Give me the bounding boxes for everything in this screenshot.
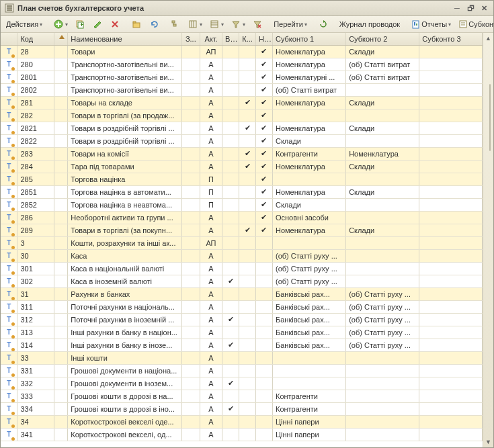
col-s3-header[interactable]: Субконто 3 bbox=[419, 33, 483, 45]
table-row[interactable]: T311Поточні рахунки в національ...АБанкі… bbox=[1, 300, 483, 313]
table-row[interactable]: T286Необоротні активи та групи ...А✔Осно… bbox=[1, 211, 483, 224]
table-row[interactable]: T2801Транспортно-заготівельні ви...А✔Ном… bbox=[1, 71, 483, 83]
scroll-thumb[interactable] bbox=[489, 84, 491, 151]
table-row[interactable]: T302Каса в іноземній валютіА✔(об) Статті… bbox=[1, 275, 483, 287]
row-icon-cell: T bbox=[1, 211, 17, 224]
table-row[interactable]: T313Інші рахунки в банку в націон...АБан… bbox=[1, 326, 483, 339]
find-button[interactable]: ▾ bbox=[185, 17, 205, 31]
table-row[interactable]: T331Грошові документи в націона...А bbox=[1, 364, 483, 377]
clear-filter-button[interactable] bbox=[249, 17, 265, 31]
table-row[interactable]: T2822Товари в роздрібній торгівлі ...А✔С… bbox=[1, 134, 483, 147]
add-button[interactable]: ▾ bbox=[50, 17, 71, 31]
akt-cell: А bbox=[200, 275, 222, 287]
z-cell bbox=[181, 134, 200, 147]
k-cell bbox=[239, 377, 256, 390]
table-row[interactable]: T2821Товари в роздрібній торгівлі ...А✔✔… bbox=[1, 122, 483, 134]
edit-button[interactable] bbox=[89, 17, 106, 31]
table-row[interactable]: T282Товари в торгівлі (за продаж...А✔ bbox=[1, 109, 483, 122]
account-icon: T bbox=[4, 200, 13, 210]
s1-cell: Банківські рах... bbox=[272, 339, 345, 351]
reports-menu[interactable]: Отчеты▾ bbox=[408, 17, 454, 31]
table-row[interactable]: T314Інші рахунки в банку в інозе...А✔Бан… bbox=[1, 339, 483, 351]
n-cell bbox=[256, 249, 273, 262]
table-row[interactable]: T334Грошові кошти в дорозі в іно...А✔Кон… bbox=[1, 402, 483, 415]
col-s1-header[interactable]: Субконто 1 bbox=[272, 33, 345, 45]
minimize-button[interactable]: ─ bbox=[451, 3, 463, 13]
s3-cell bbox=[419, 109, 483, 122]
col-sort-header[interactable] bbox=[54, 33, 68, 45]
kod-cell: 2821 bbox=[17, 122, 54, 134]
sort-cell bbox=[54, 287, 68, 300]
col-kod-header[interactable]: Код bbox=[17, 33, 54, 45]
refresh-button[interactable] bbox=[146, 17, 162, 31]
table-row[interactable]: T341Короткострокові векселі, од...АЦінні… bbox=[1, 428, 483, 441]
goto-menu[interactable]: Перейти▾ bbox=[271, 19, 310, 30]
actions-menu[interactable]: Действия▾ bbox=[3, 19, 45, 30]
col-akt-header[interactable]: Акт. bbox=[200, 33, 222, 45]
k-cell bbox=[239, 313, 256, 326]
table-row[interactable]: T2802Транспортно-заготівельні ви...А✔(об… bbox=[1, 83, 483, 96]
table-row[interactable]: T34Короткострокові векселі оде...АЦінні … bbox=[1, 415, 483, 428]
table-row[interactable]: T30КасаА(об) Статті руху ... bbox=[1, 249, 483, 262]
v-cell bbox=[222, 45, 239, 58]
folder-button[interactable] bbox=[128, 17, 145, 31]
z-cell bbox=[181, 45, 200, 58]
kod-cell: 312 bbox=[17, 313, 54, 326]
journal-button[interactable]: Журнал проводок bbox=[337, 19, 403, 30]
sort-button[interactable]: ▾ bbox=[206, 17, 227, 31]
s2-cell bbox=[346, 211, 419, 224]
col-k-header[interactable]: К... bbox=[239, 33, 256, 45]
accounts-grid[interactable]: Код Наименование З... Акт. В... К... Н..… bbox=[1, 33, 483, 447]
sort-cell bbox=[54, 364, 68, 377]
table-row[interactable]: T280Транспортно-заготівельні ви...А✔Номе… bbox=[1, 58, 483, 71]
grid-area: Код Наименование З... Акт. В... К... Н..… bbox=[1, 33, 493, 447]
table-row[interactable]: T2852Торгова націнка в неавтома...П✔Скла… bbox=[1, 198, 483, 211]
kod-cell: 285 bbox=[17, 173, 54, 185]
s2-cell bbox=[346, 364, 419, 377]
col-s2-header[interactable]: Субконто 2 bbox=[346, 33, 419, 45]
akt-cell: А bbox=[200, 428, 222, 441]
reload-button[interactable] bbox=[315, 17, 331, 31]
row-icon-cell: T bbox=[1, 147, 17, 160]
scroll-down-button[interactable]: ▼ bbox=[483, 437, 493, 447]
z-cell bbox=[181, 428, 200, 441]
table-row[interactable]: T283Товари на комісіїА✔✔КонтрагентиНомен… bbox=[1, 147, 483, 160]
svg-rect-10 bbox=[81, 23, 82, 26]
v-cell bbox=[222, 224, 239, 236]
table-row[interactable]: T2851Торгова націнка в автомати...П✔Номе… bbox=[1, 185, 483, 198]
table-row[interactable]: T28ТовариАП✔НоменклатураСклади bbox=[1, 45, 483, 58]
x-icon bbox=[110, 19, 120, 30]
sort-cell bbox=[54, 275, 68, 287]
name-cell: Інші рахунки в банку в націон... bbox=[68, 326, 182, 339]
table-row[interactable]: T3Кошти, розрахунки та інші ак...АП bbox=[1, 236, 483, 249]
filter-button[interactable]: ▾ bbox=[228, 17, 248, 31]
table-row[interactable]: T33Інші коштиА bbox=[1, 351, 483, 364]
table-row[interactable]: T312Поточні рахунки в іноземній ...А✔Бан… bbox=[1, 313, 483, 326]
delete-button[interactable] bbox=[107, 17, 123, 31]
table-row[interactable]: T284Тара під товарамиА✔✔НоменклатураСкла… bbox=[1, 160, 483, 173]
s1-cell: Номенклатурні ... bbox=[272, 71, 345, 83]
col-v-header[interactable]: В... bbox=[222, 33, 239, 45]
close-button[interactable]: ✕ bbox=[478, 3, 490, 13]
table-row[interactable]: T289Товари в торгівлі (за покупн...А✔✔Но… bbox=[1, 224, 483, 236]
table-row[interactable]: T285Торгова націнкаП✔ bbox=[1, 173, 483, 185]
vertical-scrollbar[interactable]: ▲ ▼ bbox=[483, 33, 493, 447]
scroll-up-button[interactable]: ▲ bbox=[483, 33, 493, 44]
table-row[interactable]: T333Грошові кошти в дорозі в на...АКонтр… bbox=[1, 390, 483, 402]
col-icon-header[interactable] bbox=[1, 33, 17, 45]
table-row[interactable]: T332Грошові документи в інозем...А✔ bbox=[1, 377, 483, 390]
subkonto-menu[interactable]: Субконто▾ bbox=[455, 17, 494, 31]
row-icon-cell: T bbox=[1, 390, 17, 402]
col-name-header[interactable]: Наименование bbox=[68, 33, 182, 45]
account-icon: T bbox=[4, 47, 13, 56]
copy-button[interactable] bbox=[72, 17, 88, 31]
z-cell bbox=[181, 122, 200, 134]
col-z-header[interactable]: З... bbox=[181, 33, 200, 45]
hierarchy-button[interactable] bbox=[167, 17, 183, 31]
table-row[interactable]: T31Рахунки в банкахАБанківські рах...(об… bbox=[1, 287, 483, 300]
col-n-header[interactable]: Н... bbox=[256, 33, 273, 45]
table-row[interactable]: T281Товары на складеА✔✔НоменклатураСклад… bbox=[1, 96, 483, 109]
z-cell bbox=[181, 109, 200, 122]
table-row[interactable]: T301Каса в національній валютіА(об) Стат… bbox=[1, 262, 483, 275]
maximize-button[interactable]: 🗗 bbox=[464, 3, 477, 13]
